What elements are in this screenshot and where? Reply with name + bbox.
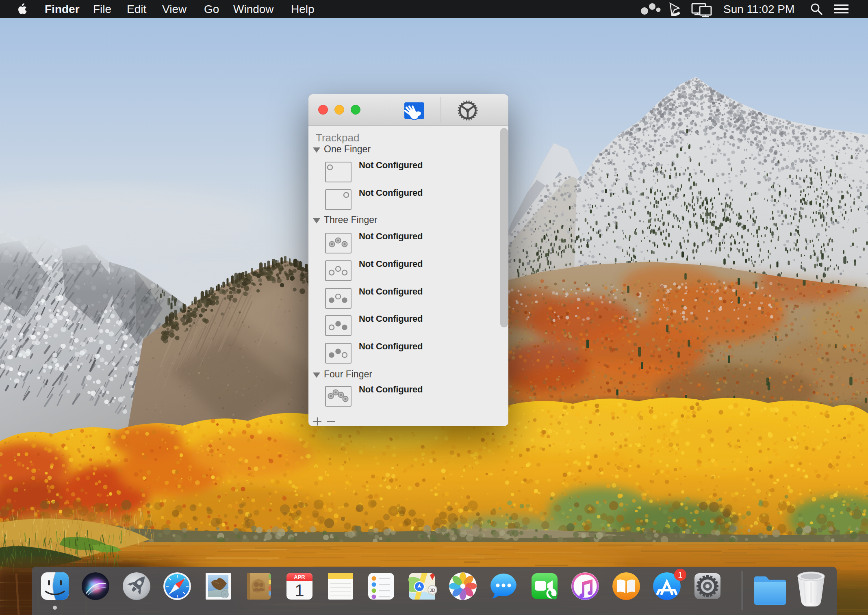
svg-text:3D: 3D: [430, 588, 435, 593]
svg-text:APR: APR: [294, 574, 305, 580]
svg-text:1: 1: [295, 581, 304, 600]
svg-text:1: 1: [678, 570, 682, 579]
